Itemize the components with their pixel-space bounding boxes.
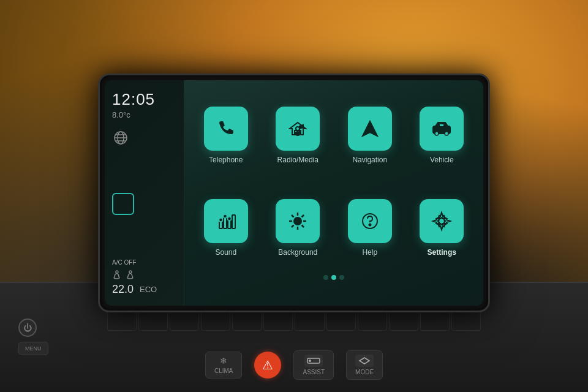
svg-point-20 [219, 218, 222, 222]
sound-label: Sound [215, 248, 236, 257]
assist-icon [304, 355, 323, 367]
svg-rect-18 [228, 220, 231, 228]
mode-label: MODE [355, 369, 374, 375]
sound-icon[interactable] [204, 199, 248, 243]
svg-point-13 [435, 132, 439, 135]
screen-sidebar: 12:05 8.0°c A/C O [105, 80, 184, 306]
svg-line-28 [292, 215, 294, 217]
vent-slot [138, 309, 168, 331]
vent-slot [420, 309, 450, 331]
assist-button[interactable]: ASSIST [293, 350, 334, 380]
radio-media-app[interactable]: Radio/Media [266, 92, 331, 178]
clima-icon: ❄ [220, 356, 227, 366]
telephone-label: Telephone [209, 156, 243, 164]
background-label: Background [278, 248, 317, 257]
help-label: Help [362, 248, 377, 257]
vent-slot [358, 309, 387, 331]
help-app[interactable]: Help [337, 185, 402, 270]
assist-label: ASSIST [303, 369, 325, 375]
svg-point-8 [129, 271, 132, 273]
svg-line-30 [302, 215, 304, 217]
outside-temp: 8.0°c [112, 110, 176, 119]
svg-rect-19 [232, 215, 235, 228]
clock: 12:05 [112, 90, 176, 109]
time-display: 12:05 8.0°c [112, 90, 176, 149]
vent-slot [170, 309, 199, 331]
svg-point-7 [116, 271, 118, 273]
vent-slot [326, 309, 356, 331]
ac-section: A/C OFF 22.0 ECO [112, 259, 176, 296]
svg-point-33 [369, 224, 371, 225]
vent-slot [389, 309, 418, 331]
dot-3[interactable] [339, 275, 344, 280]
hazard-button[interactable]: ⚠ [254, 352, 281, 379]
air-vents [107, 309, 481, 331]
dot-2[interactable] [331, 275, 336, 280]
vent-slot [107, 309, 137, 331]
vent-slot [263, 309, 293, 331]
telephone-icon[interactable] [204, 107, 248, 151]
ac-status: A/C OFF [112, 259, 176, 266]
left-sidebar-buttons: ⏻ MENU [18, 318, 48, 355]
clima-button[interactable]: ❄ CLIMA [205, 352, 243, 379]
page-indicator [194, 275, 474, 280]
svg-rect-16 [219, 221, 222, 228]
dot-1[interactable] [323, 275, 328, 280]
power-button[interactable]: ⏻ [18, 318, 37, 337]
svg-rect-15 [439, 124, 444, 127]
svg-marker-11 [363, 121, 377, 136]
settings-label: Settings [428, 248, 456, 257]
screen-display: 12:05 8.0°c A/C O [105, 80, 483, 306]
app-grid: Telephone Radio/Media [194, 92, 474, 270]
svg-rect-17 [224, 217, 227, 228]
settings-app[interactable]: Settings [410, 185, 475, 270]
dashboard-controls: ❄ CLIMA ⚠ ASSIST MODE [110, 350, 478, 380]
svg-point-22 [227, 217, 231, 221]
navigation-icon[interactable] [348, 107, 392, 151]
background-app[interactable]: Background [266, 185, 331, 270]
mode-button[interactable]: MODE [346, 350, 383, 380]
navigation-label: Navigation [352, 156, 387, 164]
settings-icon[interactable] [420, 199, 464, 243]
navigation-app[interactable]: Navigation [337, 92, 402, 178]
seat-heat-left-icon [112, 270, 122, 279]
eco-mode: ECO [140, 285, 157, 294]
cabin-temp: 22.0 [112, 283, 134, 296]
widget-box[interactable] [112, 193, 134, 215]
background-icon[interactable] [276, 199, 320, 243]
svg-point-14 [445, 132, 448, 135]
vehicle-icon[interactable] [420, 107, 464, 151]
radio-media-label: Radio/Media [277, 156, 318, 164]
vent-slot [451, 309, 481, 331]
screen-main: Telephone Radio/Media [184, 80, 483, 306]
svg-point-21 [223, 214, 227, 218]
telephone-app[interactable]: Telephone [194, 92, 258, 178]
svg-point-1 [309, 360, 311, 362]
menu-button[interactable]: MENU [18, 342, 48, 355]
radio-media-icon[interactable] [276, 107, 320, 151]
vehicle-app[interactable]: Vehicle [410, 92, 475, 178]
seat-heat-right-icon [126, 270, 135, 279]
vent-slot [295, 309, 324, 331]
infotainment-screen: 12:05 8.0°c A/C O [98, 74, 490, 312]
svg-line-31 [292, 225, 294, 227]
svg-point-23 [294, 217, 301, 225]
help-icon[interactable] [348, 199, 392, 243]
screen-widget[interactable] [112, 193, 176, 215]
vehicle-label: Vehicle [430, 156, 454, 164]
globe-icon [112, 129, 129, 146]
vent-slot [201, 309, 230, 331]
vent-slot [232, 309, 262, 331]
sound-app[interactable]: Sound [194, 185, 258, 270]
svg-line-29 [302, 225, 304, 227]
clima-label: CLIMA [214, 368, 233, 374]
mode-icon [355, 355, 374, 367]
